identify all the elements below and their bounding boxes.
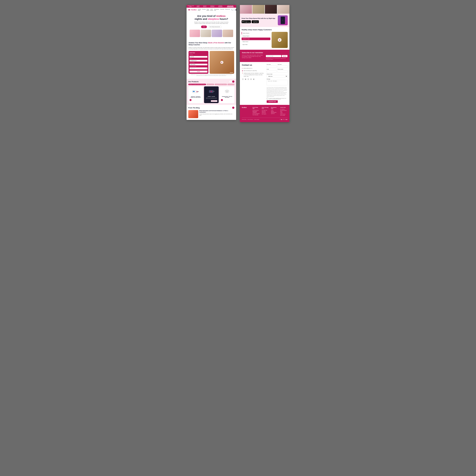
hero-image-3 bbox=[212, 30, 222, 37]
footer-link-useful-2[interactable]: Blogs bbox=[280, 111, 288, 112]
cookies-link[interactable]: Cookie Settings bbox=[254, 119, 259, 120]
contact-email-input[interactable] bbox=[267, 70, 276, 73]
footer-link-good-sleep-0[interactable]: Snoring Solutions bbox=[253, 110, 260, 111]
testimonial-item-0[interactable]: Aaras Sharma bbox=[242, 32, 270, 34]
footer-link-useful-0[interactable]: Air Solutions bbox=[280, 109, 288, 110]
contact-consent-checkbox[interactable] bbox=[267, 98, 268, 100]
footer-link-therapy-0[interactable]: Our Sleep Test bbox=[262, 110, 269, 111]
footer-grid: ResMed Good Sleep Tips Snoring Solutions… bbox=[242, 107, 288, 116]
contact-phone-label: Phone number bbox=[277, 69, 288, 70]
nav-respiratory[interactable]: Respiratory care bbox=[214, 9, 219, 11]
contact-phone-col: Phone number bbox=[277, 69, 288, 73]
footer-link-therapy-3[interactable]: Ask Explorer bbox=[262, 114, 269, 114]
nav-snoring[interactable]: Snoring bbox=[202, 9, 205, 11]
contact-info: ✉ contact-us@resmed.co.in ☎ 1800 103 208… bbox=[242, 68, 264, 77]
nav-cpap[interactable]: CPAP device bbox=[210, 9, 213, 11]
footer-twitter-icon[interactable]: 𝕏 bbox=[283, 119, 284, 120]
footer-facebook-icon[interactable]: f bbox=[280, 119, 280, 120]
footer-link-good-sleep-2[interactable]: Insomnia Diagnosis bbox=[253, 113, 260, 114]
topbar-item-5[interactable]: RESMED REWARDS bbox=[217, 5, 224, 7]
nav-sleep-apnea[interactable]: Sleep apnea bbox=[206, 9, 209, 11]
footer-link-useful-5[interactable]: Find a Dealer bbox=[280, 115, 288, 116]
last-name-input[interactable] bbox=[277, 66, 288, 68]
enquire-button[interactable]: ENQUIRE NOW bbox=[267, 100, 278, 103]
footer-linkedin-icon[interactable]: in bbox=[285, 119, 286, 120]
shop-hero-button[interactable]: Shop bbox=[201, 26, 207, 28]
footer-link-resp-2[interactable]: Syndrome bbox=[271, 113, 278, 114]
testimonial-play-button[interactable]: ▶ bbox=[278, 38, 282, 42]
email-field-group: Email bbox=[189, 58, 207, 62]
contact-email-col: Email bbox=[267, 69, 276, 73]
free-assessment-button[interactable]: Free Sleep Assessment bbox=[208, 26, 221, 28]
products-next-button[interactable]: → bbox=[232, 81, 234, 83]
svg-point-9 bbox=[211, 91, 212, 92]
cart-icon[interactable]: 🛒 bbox=[233, 9, 235, 11]
coaches-section: Awaken Your Best Sleep: Book a Free Sess… bbox=[187, 40, 236, 79]
footer-link-useful-3[interactable]: Videos bbox=[280, 112, 288, 113]
footer-link-therapy-1[interactable]: Sleep Quiz bbox=[262, 111, 269, 112]
newsletter-email-input[interactable] bbox=[266, 55, 281, 57]
testimonial-item-3[interactable]: Aisha Verma bbox=[242, 40, 270, 43]
topbar-item-2[interactable]: SLEEP CARE™ bbox=[196, 5, 201, 7]
testimonial-video[interactable]: ▶ bbox=[272, 32, 288, 48]
first-name-input[interactable] bbox=[267, 66, 276, 68]
blog-nav-arrows: ← → bbox=[229, 107, 234, 109]
footer-link-good-sleep-3[interactable]: Good Sleep tips bbox=[253, 114, 260, 115]
coaches-video[interactable]: ▶ ResMed bbox=[210, 51, 234, 74]
nav-healthy-sleep[interactable]: Healthy Sleep bbox=[198, 9, 201, 11]
nav-resources[interactable]: Resources bbox=[225, 9, 230, 11]
footer-col-title-1: Sleep Therapy Care bbox=[262, 107, 269, 109]
footer-link-resp-0[interactable]: COPD bbox=[271, 110, 278, 111]
email-input[interactable] bbox=[189, 60, 207, 62]
newsletter-signup-button[interactable]: Sign Up bbox=[282, 55, 288, 57]
footer-instagram-icon[interactable]: ◉ bbox=[281, 119, 282, 120]
name-input[interactable] bbox=[189, 56, 207, 58]
contact-message-input[interactable] bbox=[267, 80, 288, 85]
add-cart-button-1[interactable]: Add to Cart › bbox=[211, 100, 217, 102]
topbar-item-1[interactable]: AWAKEN YOUR BEST bbox=[187, 5, 194, 7]
topbar-item-6[interactable]: HEALTHCARE PROFESSIONAL bbox=[225, 5, 236, 7]
hero-red: restless bbox=[216, 15, 226, 17]
footer-link-useful-1[interactable]: ResMed Rewards bbox=[280, 110, 288, 111]
topbar-item-4[interactable]: COVID-19 UPDATES bbox=[209, 5, 216, 7]
submit-button[interactable]: Submit bbox=[189, 71, 207, 72]
contact-disclaimer: I am 18 years of age or over and have ac… bbox=[267, 87, 288, 97]
play-button[interactable]: ▶ bbox=[221, 61, 223, 64]
footer-link-useful-4[interactable]: Patient Stories bbox=[280, 114, 288, 115]
shop-button[interactable]: Shop bbox=[236, 9, 236, 11]
blog-next-button[interactable]: → bbox=[232, 107, 234, 109]
hero-image-1 bbox=[189, 30, 200, 37]
testimonial-item-1[interactable]: Ananya Kapoor bbox=[242, 35, 270, 37]
linkedin-icon[interactable]: in bbox=[250, 78, 252, 80]
instagram-icon[interactable]: ◉ bbox=[245, 78, 247, 80]
topbar-item-3[interactable]: PHILIPS RECALL bbox=[202, 5, 208, 7]
products-prev-button[interactable]: ← bbox=[229, 81, 232, 83]
footer-link-resp-1[interactable]: Obesity Hypoventilation bbox=[271, 111, 278, 113]
footer-link-therapy-2[interactable]: CPAP Trial bbox=[262, 112, 269, 113]
contact-phone-input[interactable] bbox=[277, 70, 288, 73]
testimonial-item-2[interactable]: Siddharth Singh bbox=[242, 37, 270, 40]
privacy-policy-link[interactable]: Privacy Policy bbox=[242, 119, 246, 120]
terms-link[interactable]: Terms of Service bbox=[247, 119, 253, 120]
footer-link-good-sleep-1[interactable]: Sleep Apnea Treatments bbox=[253, 111, 260, 113]
google-play-button[interactable]: ▶ GET IT ON Google Play bbox=[242, 20, 251, 23]
youtube-icon[interactable]: ▶ bbox=[253, 78, 255, 80]
phone-input[interactable] bbox=[189, 64, 207, 65]
product-tab-1[interactable]: AirMini™ AutoSet bbox=[206, 84, 214, 85]
product-tab-0[interactable]: AirSense™ 10 Autoset Tripack 3G CPAP Dev… bbox=[188, 84, 206, 85]
product-tab-2[interactable]: AirCurve™ 10 Multi+ Tripack 4G bbox=[215, 84, 227, 85]
footer-youtube-icon[interactable]: ▶ bbox=[287, 119, 288, 120]
product-tab-3[interactable]: Book Home Sleep Test bbox=[227, 84, 234, 85]
product-arrow-2[interactable]: › bbox=[221, 99, 223, 101]
app-store-button[interactable]: Download on the App Store bbox=[252, 20, 259, 23]
search-icon[interactable]: 🔍 bbox=[231, 9, 233, 11]
twitter-icon[interactable]: 𝕏 bbox=[247, 78, 249, 80]
facebook-icon[interactable]: f bbox=[242, 78, 244, 80]
blog-post-title[interactable]: Sleep Deprivation and Hormonal Imbalance… bbox=[199, 110, 234, 113]
nav-insomnia[interactable]: Insomnia bbox=[220, 9, 224, 11]
contact-topic-select[interactable]: Select one... bbox=[267, 75, 288, 78]
testimonial-item-4[interactable]: Arjun Patel bbox=[242, 43, 270, 46]
product-arrow-0[interactable]: › bbox=[189, 99, 191, 101]
blog-prev-button[interactable]: ← bbox=[229, 107, 232, 109]
topic-select[interactable]: Select one... bbox=[189, 68, 207, 69]
